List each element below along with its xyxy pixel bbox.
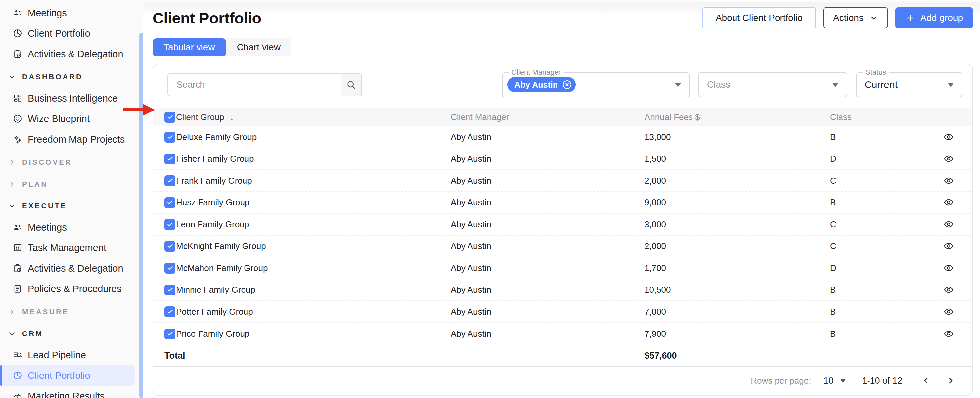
row-checkbox[interactable]	[164, 328, 175, 339]
view-row-button[interactable]	[941, 261, 956, 275]
select-all-checkbox[interactable]	[164, 112, 175, 123]
sidebar-section-label: DASHBOARD	[22, 73, 83, 81]
table-row: Fisher Family Group Aby Austin 1,500 D	[153, 148, 972, 170]
about-client-portfolio-button[interactable]: About Client Portfolio	[702, 7, 816, 29]
row-checkbox[interactable]	[164, 153, 175, 164]
clipboard-clock-icon	[13, 263, 22, 273]
row-checkbox[interactable]	[164, 197, 175, 208]
status-select[interactable]: Status Current	[856, 72, 963, 97]
chevron-left-icon	[921, 376, 931, 385]
search-button[interactable]	[341, 74, 361, 96]
sidebar-item-business-intelligence[interactable]: Business Intelligence	[0, 88, 143, 108]
row-checkbox[interactable]	[164, 175, 175, 186]
view-row-button[interactable]	[941, 217, 956, 232]
next-page-button[interactable]	[944, 374, 957, 387]
sidebar-scrollbar[interactable]	[139, 33, 143, 398]
cell-class: D	[830, 154, 936, 164]
column-header-client-group[interactable]: Client Group	[176, 112, 224, 123]
dropdown-caret-icon	[675, 83, 681, 87]
sidebar-section-measure[interactable]: MEASURE	[0, 303, 143, 321]
column-header-class[interactable]: Class	[830, 112, 936, 123]
sort-desc-icon[interactable]: ↓	[230, 112, 234, 123]
sidebar-item-task-management[interactable]: Task Management	[0, 237, 143, 258]
eye-icon	[943, 197, 954, 208]
client-manager-label: Client Manager	[509, 68, 564, 77]
sidebar-item-freedom-map-projects[interactable]: Freedom Map Projects	[0, 129, 143, 150]
column-header-client-manager[interactable]: Client Manager	[451, 112, 644, 123]
sidebar-section-label: EXECUTE	[22, 202, 67, 210]
client-manager-select[interactable]: Client Manager Aby Austin	[502, 72, 690, 97]
table-row: Deluxe Family Group Aby Austin 13,000 B	[153, 126, 972, 148]
face-badge-icon	[13, 114, 22, 124]
view-row-button[interactable]	[941, 130, 956, 144]
rows-per-page-select[interactable]: 10	[824, 376, 846, 386]
sidebar-section-label: CRM	[22, 330, 43, 338]
sidebar-item-label: Client Portfolio	[28, 28, 90, 39]
sidebar-item-marketing-results[interactable]: Marketing Results	[0, 386, 143, 398]
cell-client-manager: Aby Austin	[451, 285, 644, 295]
sidebar-item-policies-procedures[interactable]: Policies & Procedures	[0, 279, 143, 299]
client-manager-chip[interactable]: Aby Austin	[507, 77, 576, 92]
add-group-button[interactable]: Add group	[895, 7, 973, 29]
cell-annual-fees: 1,500	[644, 154, 830, 164]
rows-per-page-value: 10	[824, 376, 834, 386]
table-row: Husz Family Group Aby Austin 9,000 B	[153, 192, 972, 214]
eye-icon	[943, 153, 954, 164]
eye-icon	[943, 306, 954, 317]
lead-search-icon	[13, 350, 22, 360]
view-row-button[interactable]	[941, 195, 956, 210]
sidebar-item-lead-pipeline[interactable]: Lead Pipeline	[0, 345, 143, 365]
view-row-button[interactable]	[941, 239, 956, 253]
people-icon	[13, 222, 22, 232]
chart-search-icon	[13, 391, 22, 398]
sidebar-item-label: Wize Blueprint	[28, 113, 90, 124]
row-checkbox[interactable]	[164, 241, 175, 252]
sidebar-section-execute[interactable]: EXECUTE	[0, 197, 143, 215]
tab-tabular-view[interactable]: Tabular view	[153, 38, 226, 56]
view-row-button[interactable]	[941, 326, 956, 341]
sidebar-section-label: PLAN	[22, 180, 48, 189]
cell-annual-fees: 7,900	[644, 329, 830, 339]
view-row-button[interactable]	[941, 304, 956, 319]
cell-client-manager: Aby Austin	[451, 263, 644, 273]
search-input[interactable]	[168, 74, 341, 96]
class-select[interactable]: Class	[698, 72, 847, 97]
cell-client-group: Husz Family Group	[176, 197, 451, 208]
portfolio-card: Client Manager Aby Austin Class	[153, 64, 973, 396]
view-row-button[interactable]	[941, 174, 956, 188]
chevron-right-icon	[8, 158, 16, 167]
previous-page-button[interactable]	[920, 374, 933, 387]
filter-group: Client Manager Aby Austin Class	[502, 72, 963, 97]
row-checkbox[interactable]	[164, 263, 175, 274]
table-total-row: Total $57,600	[153, 345, 972, 366]
view-row-button[interactable]	[941, 151, 956, 166]
pagination-range: 1-10 of 12	[862, 376, 902, 386]
sidebar-nav: MeetingsClient PortfolioActivities & Del…	[0, 3, 143, 398]
sidebar-item-label: Activities & Delegation	[28, 49, 123, 60]
view-row-button[interactable]	[941, 283, 956, 297]
sidebar-item-activities-delegation[interactable]: Activities & Delegation	[0, 258, 143, 279]
sidebar-item-wize-blueprint[interactable]: Wize Blueprint	[0, 108, 143, 129]
sidebar-item-meetings[interactable]: Meetings	[0, 3, 143, 23]
sidebar-section-discover[interactable]: DISCOVER	[0, 153, 143, 171]
sidebar-item-activities-delegation[interactable]: Activities & Delegation	[0, 44, 143, 64]
row-checkbox[interactable]	[164, 132, 175, 143]
sidebar-item-meetings[interactable]: Meetings	[0, 217, 143, 237]
tab-chart-view[interactable]: Chart view	[226, 38, 291, 56]
sidebar-section-label: MEASURE	[22, 308, 69, 316]
sidebar-section-plan[interactable]: PLAN	[0, 175, 143, 193]
sidebar-item-client-portfolio[interactable]: Client Portfolio	[0, 365, 135, 386]
row-checkbox[interactable]	[164, 219, 175, 230]
row-checkbox[interactable]	[164, 285, 175, 295]
sidebar-item-label: Activities & Delegation	[28, 263, 123, 274]
people-icon	[13, 8, 22, 18]
sidebar-section-label: DISCOVER	[22, 158, 72, 167]
sidebar-section-dashboard[interactable]: DASHBOARD	[0, 68, 143, 86]
column-header-annual-fees[interactable]: Annual Fees $	[644, 112, 830, 123]
actions-button[interactable]: Actions	[823, 7, 888, 29]
chip-remove-icon[interactable]	[562, 80, 573, 90]
row-checkbox[interactable]	[164, 306, 175, 317]
sidebar-item-client-portfolio[interactable]: Client Portfolio	[0, 23, 143, 44]
sidebar-section-crm[interactable]: CRM	[0, 325, 143, 343]
table-row: Minnie Family Group Aby Austin 10,500 B	[153, 279, 972, 301]
